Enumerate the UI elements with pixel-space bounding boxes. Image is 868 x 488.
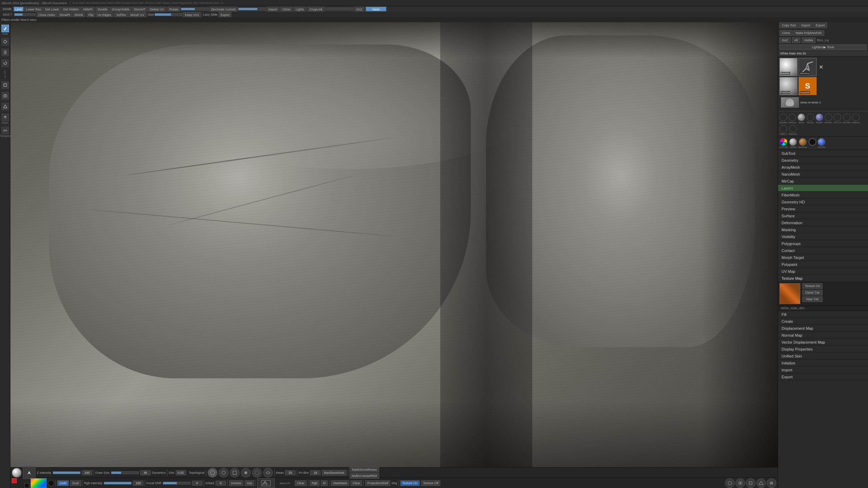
grp-button[interactable]: Grp [245,480,254,486]
mat-reflects-sphere[interactable] [788,113,796,121]
morph-uv-button[interactable]: Morph UV [128,12,146,17]
close-holes-button[interactable]: Close Holes [37,12,57,17]
rgb-intensity-value[interactable]: 100 [133,481,143,486]
new-txtr-button[interactable]: New Txtr [802,296,823,302]
primary-color-swatch[interactable] [12,478,17,483]
bottom-brush-3[interactable] [746,478,756,488]
brush-icon-4[interactable] [241,468,251,478]
del-hidden-button[interactable]: Del Hidden [62,7,81,11]
texture-on-button[interactable]: Texture On [802,283,823,289]
mat-reflects2-sphere[interactable] [789,125,797,133]
projection-shell-button[interactable]: ProjectionShell [365,480,390,486]
visible-button[interactable]: Visible [802,37,816,43]
mask-button[interactable]: Mask [366,7,386,11]
canvas-area[interactable] [10,22,778,467]
tool-thumb-fastsha[interactable]: FastSha [779,77,798,95]
decimate-current-button[interactable]: Decimate Current [209,7,237,11]
brush-icon-1[interactable] [208,468,217,478]
brush-icon-6[interactable] [263,468,273,478]
mean-value[interactable]: 25 [285,470,295,475]
del-lower-button[interactable]: Del Lower [43,7,61,11]
zapplink-slider[interactable] [325,8,353,10]
bottom-brush-5[interactable] [767,478,776,488]
brush-icon-3[interactable] [230,468,240,478]
masking-menu-item[interactable]: Masking [778,226,868,233]
mat-reflects1-sphere[interactable] [852,113,860,121]
mat-mircap-sphere[interactable] [807,113,814,121]
layers-menu-item[interactable]: Layers [778,185,868,192]
focal-shift-value[interactable]: 0 [192,481,202,486]
fibermesh-menu-item[interactable]: FiberMesh [778,192,868,199]
clone-txtr-button[interactable]: Clone Txtr [802,290,823,295]
import-button[interactable]: Import [267,7,279,11]
edit-tool-button[interactable] [1,38,9,45]
export-tool-button[interactable]: Export [813,23,827,28]
vector-displacement-map-menu-item[interactable]: Vector Displacement Map [778,339,868,346]
scale-tool-button[interactable] [1,49,9,56]
brush-icon-5[interactable] [252,468,262,478]
draw-tool-button[interactable] [1,25,9,32]
clone-tool-button[interactable]: Clone [779,30,793,36]
white-male-thumb[interactable] [781,97,799,108]
shrink-button[interactable]: Shrink [73,12,85,17]
contact-menu-item[interactable]: Contact [778,247,868,254]
snap-button[interactable] [1,103,9,110]
mircap-menu-item[interactable]: MirCap [778,178,868,185]
group-visible-button[interactable]: GroupVisible [110,7,131,11]
mat-metalel-sphere[interactable] [816,113,823,121]
limit-button[interactable]: Limit [14,7,24,11]
tool-thumb-simplebi[interactable]: S SimpleBi [799,77,817,95]
tool-thumb-basemu[interactable]: BaseMu [779,58,798,76]
showpt-button[interactable]: ShowPt [58,12,72,17]
delete-uv-button[interactable]: Delete UV [148,7,166,11]
subtool-menu-item[interactable]: SubTool [778,150,868,157]
lightbox-tools-button[interactable]: Lightbox▶ Tools [779,44,867,50]
alpha-off-icon[interactable] [257,478,275,488]
nanomesh-menu-item[interactable]: NanoMesh [778,171,868,178]
color-picker-square[interactable] [31,478,47,488]
draw-size-slider[interactable] [111,471,139,474]
geometry-menu-item[interactable]: Geometry [778,157,868,164]
material-preview-sphere[interactable] [12,468,22,478]
keep-uvs-button[interactable]: Keep UVs [183,12,201,17]
import-menu-item[interactable]: Import [778,367,868,373]
hidept-button[interactable]: HidePt [81,7,94,11]
arraymesh-menu-item[interactable]: ArrayMesh [778,164,868,171]
create-menu-item[interactable]: Create [778,318,868,325]
transpose-button[interactable] [1,127,9,134]
copy-tool-button[interactable]: Copy Tool [779,23,798,28]
rotate-button[interactable]: Rotate [168,7,181,11]
polypaint-menu-item[interactable]: Polypaint [778,261,868,268]
color-swatch-area[interactable] [12,478,29,488]
double-button[interactable]: Double [96,7,109,11]
sdiv-slider[interactable] [14,13,35,16]
close-tool-button[interactable] [818,64,825,70]
import-tool-button[interactable]: Import [799,23,813,28]
zapplink-button[interactable]: ZAppLink [308,7,324,11]
mat-bumpvi-sphere[interactable] [825,113,832,121]
surface-menu-item[interactable]: Surface [778,212,868,219]
backface-mask-button[interactable]: BackfaceMask [322,470,347,476]
imbed-value[interactable]: 0 [216,481,226,486]
lower-res-button[interactable]: Lower Res [24,7,43,11]
clear-mask-button[interactable]: Clear [351,480,362,486]
texture-off-bottom-button[interactable]: Texture Off [421,480,441,486]
camera-button[interactable] [1,92,9,100]
size-slider[interactable] [155,13,182,16]
preview-menu-item[interactable]: Preview [778,205,868,212]
brush-icon-2[interactable] [219,468,228,478]
normal-map-menu-item[interactable]: Normal Map [778,332,868,339]
polygroups-menu-item[interactable]: Polygroups [778,240,868,247]
brush-tool-arrow[interactable] [23,466,35,479]
tool-thumb-skinska[interactable]: SkinSha [799,58,817,76]
bottom-brush-4[interactable] [756,478,766,488]
mat-flatcol-sphere[interactable] [834,113,841,121]
deformation-menu-item[interactable]: Deformation [778,219,868,226]
make-polymesh3d-button[interactable]: Make PolyMesh3D [793,30,825,36]
mat-maskcap-sphere[interactable] [799,138,807,146]
store-mt-button[interactable]: StoreMT [132,7,148,11]
dist-value[interactable]: 0.02 [176,470,186,475]
display-properties-menu-item[interactable]: Display Properties [778,346,868,353]
rgb-intensity-slider[interactable] [104,482,132,485]
soften-button[interactable]: SofTen [115,12,128,17]
